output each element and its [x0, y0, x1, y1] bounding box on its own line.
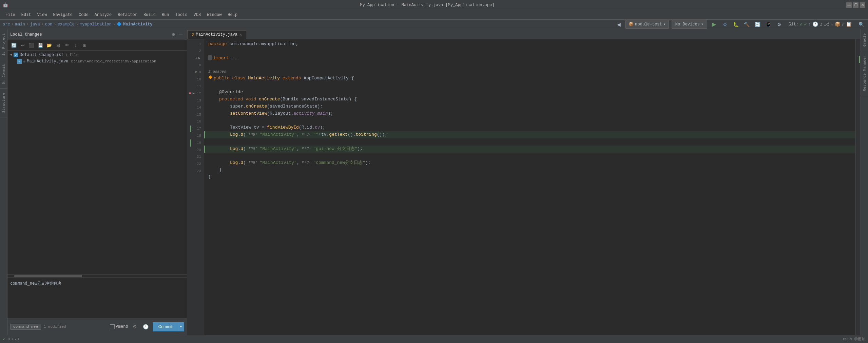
menu-navigate[interactable]: Navigate: [50, 12, 75, 18]
breadcrumb-bar: src › main › java › com › example › myap…: [0, 20, 868, 29]
code-content[interactable]: package com.example.myapplication; ▶ imp…: [204, 39, 855, 335]
file-path: D:\Env\Android_Projects\my-application: [71, 59, 156, 63]
code-line-15: [204, 117, 855, 125]
sort-button[interactable]: ↕: [72, 41, 79, 49]
scrollbar-thumb[interactable]: [14, 275, 82, 277]
commit-history-button[interactable]: 🕐: [142, 323, 150, 331]
back-navigation-button[interactable]: ◀: [615, 20, 623, 28]
file-item-mainactivity[interactable]: ✓ ☕ MainActivity.java D:\Env\Android_Pro…: [7, 58, 187, 64]
horizontal-scrollbar[interactable]: [7, 274, 187, 277]
commit-settings-button[interactable]: ⚙: [131, 323, 139, 331]
avd-button[interactable]: 📱: [764, 20, 772, 28]
debug-button[interactable]: ⚙: [721, 20, 729, 28]
breadcrumb-com[interactable]: com: [45, 22, 53, 27]
breadcrumb-example[interactable]: example: [58, 22, 75, 27]
commit-tab[interactable]: 0: Commit: [0, 60, 7, 89]
menu-refactor[interactable]: Refactor: [115, 12, 140, 18]
changelist-header[interactable]: ▼ ✓ Default Changelist 1 file: [7, 52, 187, 58]
search-everywhere-button[interactable]: 🔍: [857, 20, 865, 28]
git-check-icon[interactable]: ✓: [800, 21, 803, 27]
save-button[interactable]: 💾: [37, 41, 44, 49]
menu-help[interactable]: Help: [225, 12, 240, 18]
git-merge-icon[interactable]: ⑂: [831, 22, 833, 27]
expand-button[interactable]: ⊞: [81, 41, 88, 49]
git-check2-icon[interactable]: ✓: [804, 21, 807, 27]
menu-tools[interactable]: Tools: [173, 12, 190, 18]
change-indicator: [859, 56, 860, 63]
diff-button[interactable]: ⬛: [28, 41, 35, 49]
gutter-12: ● ▶ 12: [190, 90, 201, 97]
gutter-8: 8: [190, 62, 201, 69]
sync-button[interactable]: 🔄: [753, 20, 761, 28]
title-bar-title: My Application - MainActivity.java [My_A…: [8, 3, 846, 7]
menu-run[interactable]: Run: [159, 12, 172, 18]
code-line-20: [204, 153, 855, 160]
breadcrumb-myapplication[interactable]: myapplication: [80, 22, 112, 27]
git-refresh-icon[interactable]: ↺: [819, 21, 822, 27]
menu-edit[interactable]: Edit: [19, 12, 34, 18]
minimize-button[interactable]: —: [846, 2, 852, 8]
breadcrumb-src[interactable]: src: [3, 22, 10, 27]
menu-analyze[interactable]: Analyze: [92, 12, 114, 18]
gutter-16: 16: [190, 118, 201, 126]
menu-window[interactable]: Window: [204, 12, 224, 18]
panel-minimize-button[interactable]: —: [177, 31, 184, 38]
git-compare-icon[interactable]: ⇄: [842, 21, 845, 27]
eye-button[interactable]: 👁: [63, 41, 71, 49]
breadcrumb-main[interactable]: main: [15, 22, 25, 27]
build-button[interactable]: 🔨: [742, 20, 751, 28]
gradle-tab[interactable]: Gradle: [861, 29, 868, 51]
structure-tab[interactable]: Structure: [0, 89, 7, 117]
menu-view[interactable]: View: [35, 12, 50, 18]
close-button[interactable]: ✕: [860, 2, 865, 8]
file-tree: ▼ ✓ Default Changelist 1 file ✓ ☕ MainAc…: [7, 51, 187, 274]
menu-build[interactable]: Build: [141, 12, 158, 18]
menu-code[interactable]: Code: [76, 12, 91, 18]
code-line-9: 🔶 public class MainActivity extends AppC…: [204, 75, 855, 82]
left-edge-tabs: 1: Project 0: Commit Structure: [0, 29, 7, 335]
breadcrumb-sep-1: ›: [12, 22, 14, 27]
commit-dropdown-button[interactable]: ▾: [178, 322, 184, 331]
module-selector[interactable]: 📦 module-test ▾: [625, 20, 669, 29]
changelist-checkbox[interactable]: ✓: [14, 53, 18, 57]
refresh-button[interactable]: 🔄: [10, 41, 18, 49]
status-right: CSDN 学用加: [843, 337, 865, 342]
profile-button[interactable]: 🐛: [732, 20, 740, 28]
code-line-3: ▶ import ...: [204, 55, 855, 62]
breakpoint-icon[interactable]: ●: [189, 90, 191, 97]
menu-vcs[interactable]: VCS: [191, 12, 204, 18]
commit-message-input[interactable]: command_new分支冲突解决: [10, 280, 184, 307]
git-stash-icon[interactable]: 📦: [835, 21, 841, 27]
breadcrumb-current[interactable]: MainActivity: [123, 22, 152, 27]
editor-tab-mainactivity[interactable]: J MainActivity.java ✕: [187, 30, 246, 39]
commit-button[interactable]: Commit: [153, 322, 178, 331]
group-button[interactable]: ⊞: [54, 41, 62, 49]
menu-file[interactable]: File: [3, 12, 18, 18]
amend-checkbox[interactable]: [110, 324, 115, 329]
sdk-button[interactable]: ⚙: [775, 20, 783, 28]
code-line-22: }: [204, 167, 855, 174]
tab-close-icon[interactable]: ✕: [239, 33, 242, 37]
git-annotate-icon[interactable]: 📋: [846, 21, 852, 27]
git-branch-icon[interactable]: ⎇: [824, 21, 829, 27]
move-button[interactable]: 📂: [45, 41, 53, 49]
gutter-23: 23: [190, 168, 201, 175]
status-bar: ✓ UTF-8 CSDN 学用加: [0, 335, 868, 343]
undo-button[interactable]: ↩: [19, 41, 26, 49]
resource-manager-tab[interactable]: Resource Manager: [861, 51, 868, 96]
gutter-13: 13: [190, 97, 201, 104]
commit-btn-wrapper: Commit ▾: [153, 322, 184, 331]
amend-check: Amend: [110, 324, 128, 329]
changes-toolbar: 🔄 ↩ ⬛ 💾 📂 ⊞ 👁 ↕ ⊞: [7, 40, 187, 51]
breadcrumb-java[interactable]: java: [30, 22, 40, 27]
device-selector[interactable]: No Devices ▾: [672, 20, 707, 29]
git-clock-icon[interactable]: 🕐: [812, 21, 818, 27]
panel-settings-button[interactable]: ⚙: [170, 31, 177, 38]
file-checkbox[interactable]: ✓: [17, 59, 22, 64]
project-tab[interactable]: 1: Project: [0, 29, 7, 60]
run-button[interactable]: ▶: [710, 20, 718, 28]
code-line-23: }: [204, 174, 855, 181]
git-push-icon[interactable]: ↑: [808, 22, 811, 27]
maximize-button[interactable]: ❐: [853, 2, 859, 8]
code-line-17: Log.d( tag: "MainActivity", msg: ""+tv.g…: [204, 131, 855, 138]
